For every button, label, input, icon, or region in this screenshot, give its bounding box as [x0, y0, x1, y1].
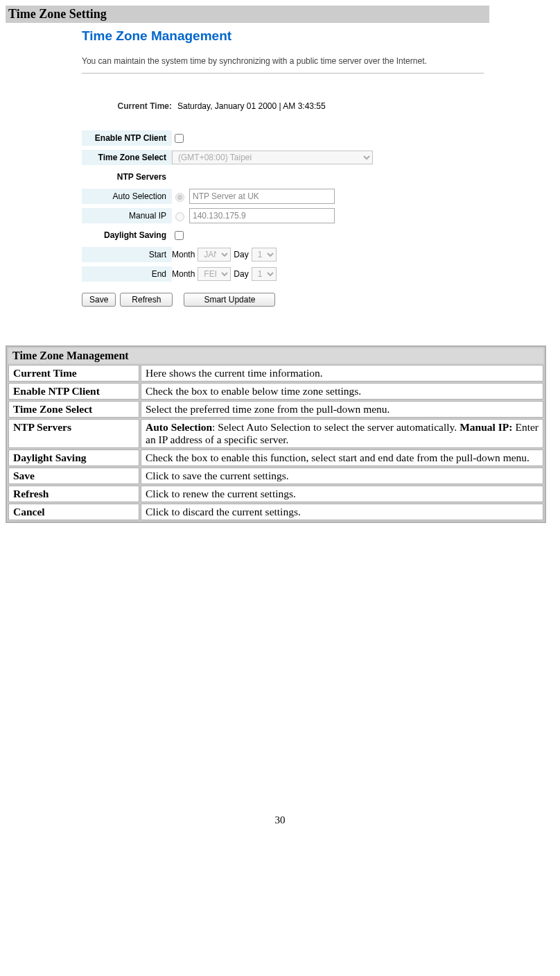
- daylight-saving-checkbox[interactable]: [175, 231, 184, 240]
- current-time-value: Saturday, January 01 2000 | AM 3:43:55: [177, 101, 326, 111]
- table-val: Here shows the current time information.: [141, 365, 543, 382]
- table-row: Time Zone Select Select the preferred ti…: [8, 401, 543, 418]
- end-day-select[interactable]: 1: [252, 267, 277, 281]
- table-row: Save Click to save the current settings.: [8, 468, 543, 484]
- page-number: 30: [6, 814, 554, 826]
- explanation-table: Time Zone Management Current Time Here s…: [6, 345, 546, 523]
- screenshot-ui-region: Time Zone Management You can maintain th…: [82, 28, 491, 307]
- table-header: Time Zone Management: [8, 348, 543, 363]
- daylight-saving-label: Daylight Saving: [82, 228, 172, 243]
- timezone-select[interactable]: (GMT+08:00) Taipei: [172, 151, 373, 164]
- save-button[interactable]: Save: [82, 293, 116, 307]
- auto-selection-radio[interactable]: [175, 193, 184, 202]
- table-key: Cancel: [8, 504, 139, 520]
- page-title: Time Zone Management: [82, 28, 491, 44]
- smart-update-button[interactable]: Smart Update: [184, 293, 275, 307]
- enable-ntp-label: Enable NTP Client: [82, 130, 172, 146]
- table-val: Click to save the current settings.: [141, 468, 543, 484]
- table-row: Refresh Click to renew the current setti…: [8, 486, 543, 502]
- end-month-select[interactable]: FEB: [198, 267, 231, 281]
- table-key: Refresh: [8, 486, 139, 502]
- manual-ip-label: Manual IP: [82, 208, 172, 223]
- month-label-end: Month: [172, 269, 195, 279]
- refresh-button[interactable]: Refresh: [120, 293, 173, 307]
- auto-selection-input[interactable]: [189, 189, 335, 204]
- table-key: Enable NTP Client: [8, 383, 139, 400]
- table-val: Select the preferred time zone from the …: [141, 401, 543, 418]
- section-header: Time Zone Setting: [6, 6, 489, 23]
- table-val: Check the box to enable below time zone …: [141, 383, 543, 400]
- start-month-select[interactable]: JAN: [198, 248, 231, 262]
- table-row: Current Time Here shows the current time…: [8, 365, 543, 382]
- table-key: Time Zone Select: [8, 401, 139, 418]
- auto-selection-label: Auto Selection: [82, 189, 172, 204]
- current-time-label: Current Time:: [82, 101, 177, 111]
- timezone-select-label: Time Zone Select: [82, 150, 172, 165]
- table-row: NTP Servers Auto Selection: Select Auto …: [8, 419, 543, 448]
- manual-ip-input[interactable]: [189, 208, 335, 223]
- table-key: Save: [8, 468, 139, 484]
- start-day-select[interactable]: 1: [252, 248, 277, 262]
- month-label-start: Month: [172, 250, 195, 259]
- table-val: Click to renew the current settings.: [141, 486, 543, 502]
- table-row: Daylight Saving Check the box to enable …: [8, 450, 543, 466]
- table-val: Check the box to enable this function, s…: [141, 450, 543, 466]
- start-label: Start: [82, 247, 172, 262]
- page-description: You can maintain the system time by sync…: [82, 56, 491, 66]
- end-label: End: [82, 266, 172, 282]
- ntp-servers-label: NTP Servers: [82, 169, 172, 185]
- enable-ntp-checkbox[interactable]: [175, 134, 184, 143]
- day-label-end: Day: [234, 269, 248, 279]
- table-key: Current Time: [8, 365, 139, 382]
- table-row: Enable NTP Client Check the box to enabl…: [8, 383, 543, 400]
- table-key: Daylight Saving: [8, 450, 139, 466]
- day-label-start: Day: [234, 250, 248, 259]
- table-val: Auto Selection: Select Auto Selection to…: [141, 419, 543, 448]
- table-row: Cancel Click to discard the current sett…: [8, 504, 543, 520]
- manual-ip-radio[interactable]: [175, 212, 184, 221]
- table-val: Click to discard the current settings.: [141, 504, 543, 520]
- divider: [82, 73, 484, 74]
- table-key: NTP Servers: [8, 419, 139, 448]
